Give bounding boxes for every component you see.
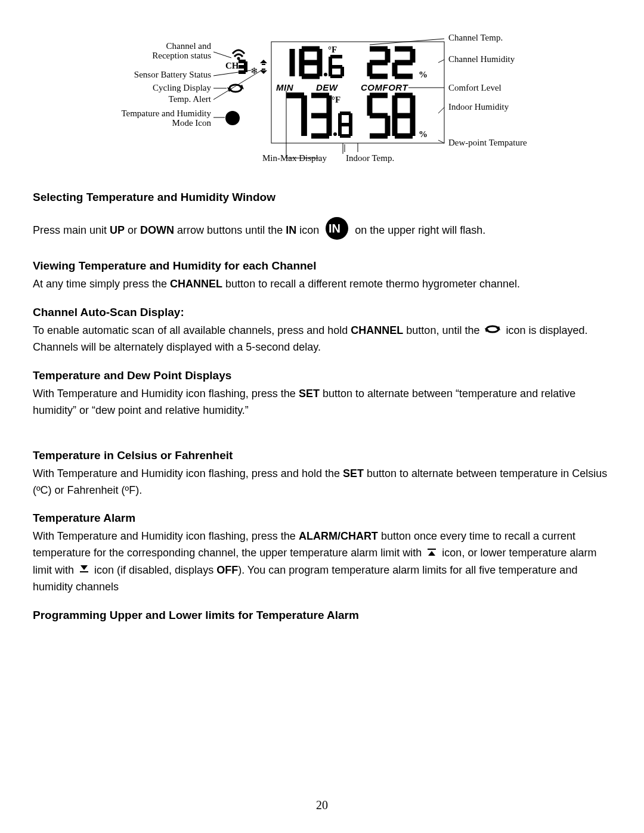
svg-line-15 (213, 70, 262, 100)
svg-rect-6 (262, 64, 265, 65)
para-viewing: At any time simply press the CHANNEL but… (33, 276, 611, 293)
text: arrow buttons until the (174, 224, 286, 236)
svg-text:CH: CH (225, 61, 239, 70)
svg-point-3 (237, 57, 240, 60)
svg-text:%: % (419, 70, 428, 79)
svg-rect-30 (428, 549, 436, 550)
para-selecting: Press main unit UP or DOWN arrow buttons… (33, 216, 611, 246)
bold-set: SET (343, 467, 364, 479)
callout-indoor-humidity: Indoor Humidity (448, 102, 509, 112)
heading-selecting: Selecting Temperature and Humidity Windo… (33, 191, 611, 204)
callout-channel-reception-2: Reception status (152, 51, 211, 60)
text: At any time simply press the (33, 278, 170, 290)
para-celsius: With Temperature and Humidity icon flash… (33, 466, 611, 499)
svg-text:IN: IN (329, 222, 340, 235)
text: button, until the (403, 324, 482, 336)
callout-cycling: Cycling Display (153, 83, 211, 92)
lcd-degF-2: °F (332, 95, 340, 104)
callout-channel-temp: Channel Temp. (448, 33, 503, 42)
callout-mode-icon-2: Mode Icon (172, 118, 212, 128)
section-selecting: Selecting Temperature and Humidity Windo… (33, 191, 611, 246)
text: With Temperature and Humidity icon flash… (33, 467, 343, 479)
text: on the upper right will flash. (355, 224, 485, 236)
lcd-small-icons: CH ❄︎ IN (225, 50, 267, 125)
section-celsius: Temperature in Celsius or Fahrenheit Wit… (33, 449, 611, 499)
heading-autoscan: Channel Auto-Scan Display: (33, 306, 611, 319)
text: With Temperature and Humidity icon flash… (33, 388, 299, 400)
para-dewpoint: With Temperature and Humidity icon flash… (33, 386, 611, 419)
section-viewing: Viewing Temperature and Humidity for eac… (33, 259, 611, 293)
heading-viewing: Viewing Temperature and Humidity for eac… (33, 259, 611, 272)
bold-set: SET (299, 388, 320, 400)
lcd-dew-label: DEW (316, 82, 339, 92)
callout-channel-reception-1: Channel and (166, 41, 212, 51)
section-autoscan: Channel Auto-Scan Display: To enable aut… (33, 306, 611, 356)
callout-minmax: Min-Max Display (262, 153, 327, 163)
lcd-comfort-label: COMFORT (361, 82, 408, 92)
svg-text:%: % (419, 129, 428, 139)
text: icon (if disabled, displays (94, 564, 216, 576)
text: icon (296, 224, 322, 236)
bold-off: OFF (216, 564, 238, 576)
svg-rect-7 (262, 69, 265, 70)
upper-limit-up-icon (427, 546, 436, 562)
lcd-min-label: MIN (276, 82, 294, 92)
bold-alarmchart: ALARM/CHART (299, 530, 378, 542)
callout-channel-humidity: Channel Humidity (448, 54, 515, 64)
text: button to recall a different remote ther… (222, 278, 520, 290)
lcd-layout-diagram: °F % CH ❄︎ (33, 24, 611, 167)
heading-tempalarm: Temperature Alarm (33, 512, 611, 525)
bold-in: IN (286, 224, 296, 236)
para-tempalarm: With Temperature and Humidity icon flash… (33, 528, 611, 595)
section-dewpoint: Temperature and Dew Point Displays With … (33, 369, 611, 419)
section-programming: Programming Upper and Lower limits for T… (33, 609, 611, 622)
callout-dewpoint: Dew-point Tempature (448, 138, 527, 147)
bold-down: DOWN (140, 224, 174, 236)
section-tempalarm: Temperature Alarm With Temperature and H… (33, 512, 611, 595)
cycle-icon (485, 323, 500, 339)
callout-indoor-temp: Indoor Temp. (346, 153, 394, 163)
svg-rect-0 (271, 42, 444, 143)
callout-sensor-battery: Sensor Battery Status (134, 70, 211, 79)
svg-rect-31 (80, 571, 88, 572)
text: or (125, 224, 140, 236)
bold-channel: CHANNEL (351, 324, 403, 336)
in-icon: IN (324, 216, 349, 246)
lower-limit-down-icon (79, 562, 89, 579)
para-autoscan: To enable automatic scan of all availabl… (33, 323, 611, 356)
text: To enable automatic scan of all availabl… (33, 324, 351, 336)
svg-line-12 (213, 52, 231, 58)
svg-text:IN: IN (228, 113, 238, 123)
bold-channel: CHANNEL (170, 278, 222, 290)
callout-temp-alert: Temp. Alert (169, 94, 212, 104)
svg-text:❄︎: ❄︎ (250, 66, 258, 76)
page-number: 20 (0, 798, 644, 812)
svg-point-1 (324, 73, 327, 76)
svg-point-10 (333, 132, 337, 136)
heading-dewpoint: Temperature and Dew Point Displays (33, 369, 611, 382)
text: With Temperature and Humidity icon flash… (33, 530, 299, 542)
bold-up: UP (110, 224, 125, 236)
callout-mode-icon-1: Tempature and Humidity (121, 109, 211, 118)
heading-programming: Programming Upper and Lower limits for T… (33, 609, 611, 622)
text: Press main unit (33, 224, 110, 236)
heading-celsius: Temperature in Celsius or Fahrenheit (33, 449, 611, 462)
lcd-degF-1: °F (328, 45, 337, 54)
callout-comfort-level: Comfort Level (448, 83, 501, 92)
